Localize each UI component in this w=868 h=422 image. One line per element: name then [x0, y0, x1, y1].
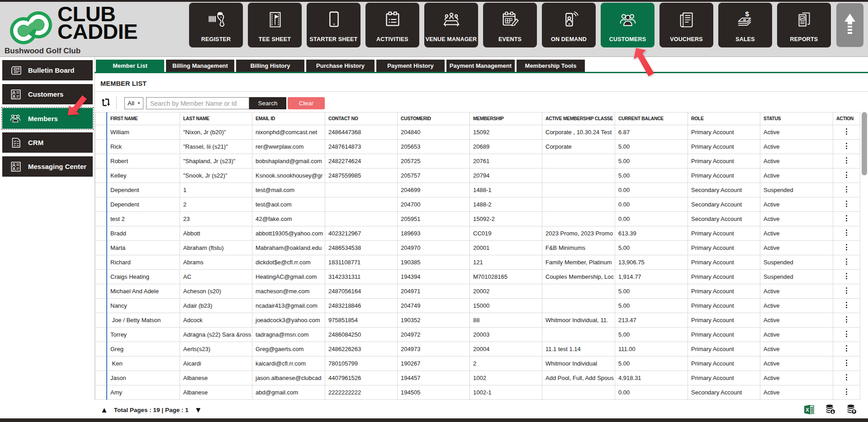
row-action-button[interactable] [833, 241, 860, 255]
kebab-menu-icon [846, 301, 847, 309]
svg-text:X: X [806, 407, 809, 413]
cell-classes [542, 183, 615, 197]
kebab-menu-icon [846, 171, 847, 179]
row-select-cell [95, 313, 107, 328]
nav-button-reports[interactable]: REPORTS [777, 3, 831, 47]
cell-email: nixonphd@comcast.net [252, 125, 325, 140]
cell-last-name: Aicardi [180, 356, 252, 371]
cell-first-name: test 2 [107, 212, 180, 226]
search-input[interactable] [146, 97, 249, 109]
nav-button-starter-sheet[interactable]: STARTER SHEET [307, 3, 360, 47]
cell-balance: 111.00 [615, 342, 688, 356]
row-action-button[interactable] [833, 169, 860, 183]
cell-customer-id: 204973 [398, 342, 470, 356]
search-button[interactable]: Search [249, 97, 286, 109]
cell-balance: 0.00 [615, 197, 688, 212]
cell-customer-id: 190267 [398, 356, 470, 371]
database-download-icon[interactable] [825, 404, 835, 414]
table-row: Rick"Rassel, Iii (s21)"rer@wwrplaw.com24… [95, 140, 860, 154]
cell-status: Active [760, 140, 833, 154]
vertical-scrollbar-thumb[interactable] [862, 112, 867, 175]
cell-email: bobshapland@gmail.com [252, 154, 325, 169]
filter-select[interactable]: All ▼ [124, 97, 143, 109]
cell-status: Active [760, 371, 833, 385]
row-action-button[interactable] [833, 385, 860, 400]
cell-last-name: Albanese [180, 385, 252, 400]
cell-membership: 88 [470, 313, 542, 328]
nav-button-events[interactable]: EVENTS [483, 3, 537, 47]
cell-first-name: Robert [107, 154, 180, 169]
column-header-membership: MEMBERSHIP [470, 113, 542, 125]
excel-export-icon[interactable]: X [804, 405, 814, 414]
row-action-button[interactable] [833, 140, 860, 154]
tab-payment-management[interactable]: Payment Management [446, 60, 515, 72]
row-action-button[interactable] [833, 183, 860, 197]
row-action-button[interactable] [833, 212, 860, 226]
row-select-cell [95, 154, 107, 169]
arrow-up-icon [843, 13, 857, 38]
cell-first-name: Amy [107, 385, 180, 400]
row-action-button[interactable] [833, 226, 860, 241]
cell-classes: Add Pool, Full, Add Spous [542, 371, 615, 385]
row-action-button[interactable] [833, 270, 860, 284]
nav-button-activities[interactable]: ACTIVITIES [365, 3, 419, 47]
nav-button-register[interactable]: REGISTER [189, 3, 243, 47]
cell-classes [542, 284, 615, 299]
row-select-cell [95, 255, 107, 270]
row-select-cell [95, 385, 107, 400]
database-upload-icon[interactable] [847, 404, 857, 414]
row-action-button[interactable] [833, 154, 860, 169]
cell-customer-id: 204749 [398, 299, 470, 313]
nav-button-sales[interactable]: $ SALES [718, 3, 772, 47]
row-action-button[interactable] [833, 125, 860, 140]
cell-membership: 20761 [470, 154, 542, 169]
cell-customer-id: 205653 [398, 140, 470, 154]
nav-button-customers[interactable]: CUSTOMERS [601, 3, 655, 47]
row-select-cell [95, 183, 107, 197]
row-action-button[interactable] [833, 342, 860, 356]
newspaper-icon [9, 64, 22, 77]
cell-membership: 20689 [470, 140, 542, 154]
sidebar-item-crm[interactable]: CRM [2, 132, 93, 153]
cell-status: Active [760, 342, 833, 356]
table-row: Robert"Shapland, Jr (s23)"bobshapland@gm… [95, 154, 860, 169]
sidebar-item-customers[interactable]: Customers [2, 84, 93, 104]
cell-balance: 1,914.77 [615, 270, 688, 284]
cell-last-name: 23 [180, 212, 252, 226]
row-action-button[interactable] [833, 197, 860, 212]
nav-button-tee-sheet[interactable]: TEE SHEET [248, 3, 302, 47]
tab-billing-history[interactable]: Billing History [236, 60, 304, 72]
cell-membership: 20794 [470, 169, 542, 183]
triangle-up-icon[interactable]: ▲ [100, 406, 108, 414]
nav-button-vouchers[interactable]: VOUCHERS [659, 3, 713, 47]
row-action-button[interactable] [833, 299, 860, 313]
nav-scroll-up-button[interactable] [836, 3, 863, 47]
sidebar-item-bulletin-board[interactable]: Bulletin Board [2, 60, 93, 80]
sidebar-item-messaging-center[interactable]: Messaging Center [2, 156, 93, 177]
nav-button-venue-manager[interactable]: VENUE MANAGER [424, 3, 478, 47]
tab-purchase-history[interactable]: Purchase History [306, 60, 375, 72]
triangle-down-icon[interactable]: ▼ [194, 406, 202, 414]
row-action-button[interactable] [833, 371, 860, 385]
row-action-button[interactable] [833, 313, 860, 328]
tab-payment-history[interactable]: Payment History [376, 60, 445, 72]
cell-status: Active [760, 169, 833, 183]
cell-role: Primary Account [688, 270, 760, 284]
tab-membership-tools[interactable]: Membership Tools [517, 60, 585, 72]
column-header-role: ROLE [688, 113, 760, 125]
clear-button[interactable]: Clear [288, 97, 325, 109]
sidebar-item-members[interactable]: Members [2, 108, 93, 129]
tab-billing-management[interactable]: Billing Management [166, 60, 234, 72]
sidebar: Bulletin Board Customers Members CRM [2, 60, 93, 180]
nav-button-on-demand[interactable]: ON DEMAND [542, 3, 596, 47]
cell-membership: CC019 [470, 226, 542, 241]
tab-member-list[interactable]: Member List [96, 60, 164, 72]
refresh-button[interactable] [100, 97, 112, 109]
row-action-button[interactable] [833, 284, 860, 299]
cell-classes [542, 299, 615, 313]
cell-last-name: Abbott [180, 226, 252, 241]
row-action-button[interactable] [833, 255, 860, 270]
row-action-button[interactable] [833, 328, 860, 342]
cell-status: Active [760, 154, 833, 169]
row-action-button[interactable] [833, 356, 860, 371]
